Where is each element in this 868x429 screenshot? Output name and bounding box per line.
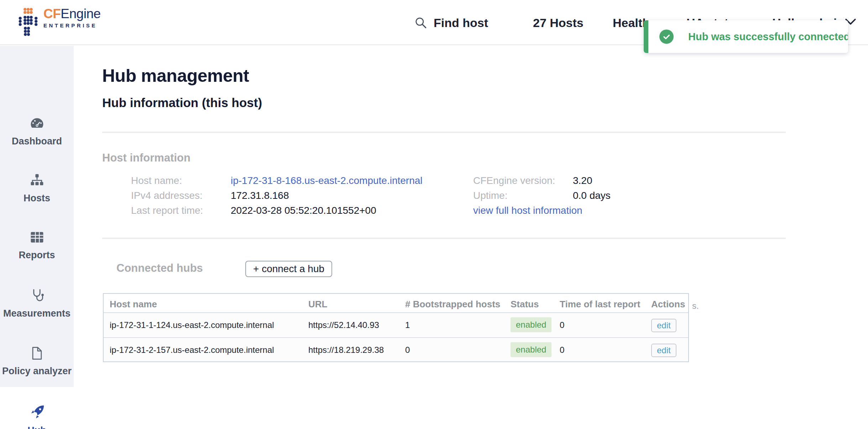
overflow-text-fragment: s. (692, 301, 699, 311)
measurements-icon (29, 288, 45, 303)
column-bootstrapped-hosts: # Bootstrapped hosts (405, 299, 500, 310)
column-url: URL (308, 299, 327, 310)
uptime-label: Uptime: (473, 190, 507, 201)
divider (102, 238, 786, 239)
cell-url: https://18.219.29.38 (308, 345, 384, 355)
divider (102, 132, 786, 133)
cell-bootstrapped-hosts: 0 (405, 345, 410, 355)
main-content: Hub management Hub information (this hos… (74, 46, 868, 429)
sidebar-item-hosts[interactable]: Hosts (0, 173, 74, 205)
sidebar-item-reports[interactable]: Reports (0, 229, 74, 261)
cfengine-logo-icon (17, 6, 38, 38)
edit-button[interactable]: edit (651, 319, 676, 332)
cell-bootstrapped-hosts: 1 (405, 320, 410, 330)
edit-button[interactable]: edit (651, 344, 676, 357)
column-status: Status (511, 299, 539, 310)
page-subtitle: Hub information (this host) (102, 96, 262, 110)
connect-a-hub-button[interactable]: + connect a hub (245, 261, 332, 277)
status-badge: enabled (511, 317, 551, 332)
sidebar-label-dashboard: Dashboard (0, 135, 74, 148)
find-host-label: Find host (434, 16, 488, 30)
hosts-count-nav[interactable]: 27 Hosts (533, 16, 584, 30)
ipv4-label: IPv4 addresses: (131, 190, 203, 201)
toast-accent-bar (644, 20, 648, 53)
connected-hubs-table: Host name URL # Bootstrapped hosts Statu… (103, 293, 689, 362)
uptime-value: 0.0 days (573, 190, 611, 201)
table-row: ip-172-31-1-124.us-east-2.compute.intern… (104, 313, 688, 337)
sidebar-item-dashboard[interactable]: Dashboard (0, 116, 74, 148)
ipv4-value: 172.31.8.168 (231, 190, 289, 201)
host-information-heading: Host information (102, 152, 190, 164)
sidebar-label-policy-analyzer: Policy analyzer (0, 365, 74, 377)
cell-time-of-last-report: 0 (560, 345, 564, 355)
hosts-count-label: 27 Hosts (533, 16, 584, 30)
table-header-row: Host name URL # Bootstrapped hosts Statu… (104, 294, 688, 313)
logo-engine: Engine (61, 6, 100, 21)
policy-analyzer-icon (29, 345, 45, 361)
page-title: Hub management (102, 65, 249, 86)
sidebar-item-measurements[interactable]: Measurements (0, 288, 74, 320)
view-full-host-information-link[interactable]: view full host information (473, 205, 582, 216)
cfengine-version-value: 3.20 (573, 175, 592, 186)
sidebar-label-measurements: Measurements (0, 307, 74, 320)
toast-notification[interactable]: Hub was successfully connected (644, 20, 848, 53)
rocket-icon (29, 404, 45, 420)
dashboard-icon (29, 116, 45, 131)
search-icon (414, 16, 427, 29)
cell-url: https://52.14.40.93 (308, 320, 379, 330)
sidebar-label-reports: Reports (0, 249, 74, 261)
sidebar-label-hosts: Hosts (0, 192, 74, 205)
cfengine-logo-text: CFEngine ENTERPRISE (43, 6, 101, 28)
cfengine-version-label: CFEngine version: (473, 175, 555, 186)
find-host-button[interactable]: Find host (414, 16, 488, 30)
column-time-of-last-report: Time of last report (560, 299, 640, 310)
sidebar-item-policy-analyzer[interactable]: Policy analyzer (0, 345, 74, 377)
status-badge: enabled (511, 342, 551, 357)
cell-host-name: ip-172-31-2-157.us-east-2.compute.intern… (110, 345, 274, 355)
logo-enterprise: ENTERPRISE (43, 22, 101, 28)
column-actions: Actions (651, 299, 685, 310)
sidebar-item-hub-management[interactable]: Hub management (0, 387, 74, 429)
sidebar-label-hub-management: Hub management (7, 424, 67, 429)
app-window: CFEngine ENTERPRISE Find host 27 Hosts H… (0, 0, 868, 429)
host-name-label: Host name: (131, 175, 182, 186)
connected-hubs-heading: Connected hubs (116, 262, 203, 275)
check-icon (662, 32, 671, 41)
cell-time-of-last-report: 0 (560, 320, 564, 330)
table-row: ip-172-31-2-157.us-east-2.compute.intern… (104, 337, 688, 361)
column-host-name: Host name (110, 299, 157, 310)
host-name-link[interactable]: ip-172-31-8-168.us-east-2.compute.intern… (231, 175, 423, 186)
last-report-time-label: Last report time: (131, 205, 203, 216)
hosts-icon (29, 173, 45, 188)
logo-cf: CF (43, 6, 61, 21)
sidebar-item-hub-management-inner[interactable]: Hub management (0, 387, 74, 429)
cell-host-name: ip-172-31-1-124.us-east-2.compute.intern… (110, 320, 274, 330)
last-report-time-value: 2022-03-28 05:52:20.101552+00 (231, 205, 376, 216)
sidebar: Dashboard Hosts Reports (0, 46, 74, 429)
reports-icon (29, 229, 45, 245)
toast-success-icon (659, 30, 674, 44)
cfengine-logo[interactable]: CFEngine ENTERPRISE (17, 6, 101, 38)
toast-message: Hub was successfully connected (688, 20, 848, 53)
